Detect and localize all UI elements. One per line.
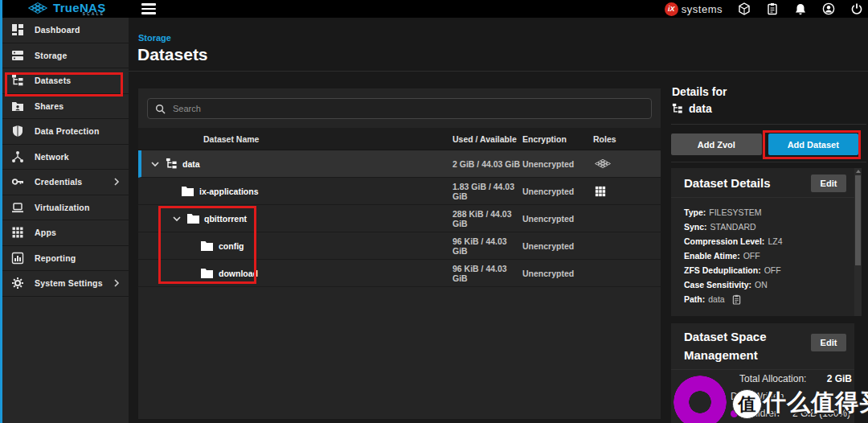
sidebar-item-datasets[interactable]: Datasets <box>2 68 129 94</box>
details-scrollbar <box>854 168 862 316</box>
col-header-encryption[interactable]: Encryption <box>522 134 593 144</box>
table-row-ix-applications[interactable]: ix-applications 1.83 GiB / 44.03 GiB Une… <box>138 178 661 205</box>
report-chart-icon <box>11 252 24 265</box>
space-donut-chart <box>674 376 727 423</box>
search-input[interactable] <box>173 104 644 113</box>
panel-divider <box>671 124 866 125</box>
apps-role-icon <box>595 186 606 197</box>
topbar-actions: iX systems <box>665 0 863 18</box>
field-zfs-deduplication: ZFS Deduplication: OFF <box>684 263 854 277</box>
col-header-dataset-name[interactable]: Dataset Name <box>138 134 452 144</box>
sidebar-item-shares[interactable]: Shares <box>2 94 129 120</box>
scroll-up-arrow-icon[interactable] <box>856 170 861 173</box>
sidebar-item-virtualization[interactable]: Virtualization <box>2 195 129 221</box>
datasets-table-card: Dataset Name Used / Available Encryption… <box>138 88 661 419</box>
used-available: 2 GiB / 44.03 GiB <box>452 159 522 169</box>
used-available: 96 KiB / 44.03 GiB <box>452 236 522 256</box>
ixsystems-logo[interactable]: iX systems <box>665 2 723 16</box>
details-actions: Add Zvol Add Dataset <box>671 133 858 155</box>
folder-icon <box>200 240 214 252</box>
laptop-icon <box>11 201 24 214</box>
copy-path-icon[interactable] <box>732 294 741 305</box>
dataset-name: qbittorrent <box>204 214 247 224</box>
watermark-text: 什么值得买 <box>763 387 868 419</box>
table-row-download[interactable]: download 96 KiB / 44.03 GiB Unencrypted <box>138 260 661 287</box>
table-row-config[interactable]: config 96 KiB / 44.03 GiB Unencrypted <box>138 232 661 260</box>
key-icon <box>11 175 24 188</box>
dataset-details-card: Dataset Details Edit Type: FILESYSTEM Sy… <box>671 168 854 316</box>
field-enable-atime: Enable Atime: OFF <box>684 248 854 263</box>
space-edit-button[interactable]: Edit <box>811 334 846 351</box>
table-row-data[interactable]: data 2 GiB / 44.03 GiB Unencrypted <box>138 150 661 178</box>
col-header-roles[interactable]: Roles <box>593 134 661 144</box>
sidebar-item-credentials[interactable]: Credentials <box>2 170 129 195</box>
sidebar-nav: Dashboard Storage Datasets Shares Data P… <box>2 18 129 423</box>
collapse-chevron-icon[interactable] <box>149 158 161 170</box>
encryption-state: Unencrypted <box>522 214 593 224</box>
breadcrumb[interactable]: Storage <box>138 33 171 43</box>
dataset-tree-icon <box>672 103 683 114</box>
page-title: Datasets <box>137 45 208 64</box>
dataset-name: config <box>219 241 244 251</box>
sidebar-item-data-protection[interactable]: Data Protection <box>2 119 129 145</box>
field-type: Type: FILESYSTEM <box>684 205 854 220</box>
add-dataset-button[interactable]: Add Dataset <box>768 133 859 155</box>
header-divider <box>129 71 868 72</box>
truecommand-icon[interactable] <box>738 2 751 15</box>
sidebar-item-system-settings[interactable]: System Settings <box>2 271 129 297</box>
storage-icon <box>11 49 24 62</box>
details-target-name: data <box>689 102 712 115</box>
add-zvol-button[interactable]: Add Zvol <box>671 133 762 155</box>
details-target: data <box>672 102 712 115</box>
notifications-bell-icon[interactable] <box>794 2 807 15</box>
encryption-state: Unencrypted <box>522 159 593 169</box>
sidebar-item-network[interactable]: Network <box>2 145 129 170</box>
dataset-details-edit-button[interactable]: Edit <box>811 175 846 192</box>
used-available: 96 KiB / 44.03 GiB <box>452 264 522 283</box>
dataset-name: data <box>182 159 200 169</box>
truenas-root-role-icon <box>595 158 611 169</box>
field-path: Path: data <box>684 292 854 306</box>
datasets-tree-icon <box>11 74 24 87</box>
sidebar-item-reporting[interactable]: Reporting <box>2 246 129 272</box>
truenas-logo-icon <box>27 1 49 15</box>
jobs-clipboard-icon[interactable] <box>766 2 779 15</box>
used-available: 1.83 GiB / 44.03 GiB <box>452 182 522 201</box>
used-available: 288 KiB / 44.03 GiB <box>452 209 522 228</box>
encryption-state: Unencrypted <box>522 187 593 196</box>
brand-edition: SCALE <box>83 12 105 16</box>
window-edge-stripe <box>0 0 2 423</box>
topbar: TrueNAS SCALE iX systems <box>0 0 868 18</box>
dataset-name: ix-applications <box>199 187 259 196</box>
table-header-row: Dataset Name Used / Available Encryption… <box>138 128 661 150</box>
table-row-qbittorrent[interactable]: qbittorrent 288 KiB / 44.03 GiB Unencryp… <box>138 205 661 232</box>
account-user-icon[interactable] <box>822 2 835 15</box>
sidebar-item-dashboard[interactable]: Dashboard <box>2 18 129 43</box>
folder-icon <box>200 268 214 279</box>
menu-toggle-icon[interactable] <box>141 3 156 14</box>
legend-total-allocation: Total Allocation:2 GiB <box>739 373 852 384</box>
sidebar-item-storage[interactable]: Storage <box>2 43 129 69</box>
watermark-badge: 值 <box>732 389 762 419</box>
card-divider <box>671 369 854 370</box>
truenas-brand[interactable]: TrueNAS SCALE <box>27 1 105 15</box>
encryption-state: Unencrypted <box>522 269 593 278</box>
dataset-name: download <box>219 269 258 278</box>
sidebar-item-apps[interactable]: Apps <box>2 220 129 246</box>
encryption-state: Unencrypted <box>522 241 593 251</box>
ix-mark-icon: iX <box>665 2 678 16</box>
col-header-used-available[interactable]: Used / Available <box>452 134 522 144</box>
folder-icon <box>186 213 200 224</box>
gear-icon <box>11 277 24 290</box>
apps-grid-icon <box>11 226 24 239</box>
collapse-chevron-icon[interactable] <box>171 213 182 224</box>
folder-icon <box>181 186 194 197</box>
power-icon[interactable] <box>850 2 863 15</box>
shield-icon <box>11 125 24 138</box>
search-box <box>147 98 652 119</box>
dataset-tree-icon <box>166 158 178 170</box>
scrollbar-thumb[interactable] <box>855 175 861 265</box>
truenas-datasets-page: TrueNAS SCALE iX systems <box>0 0 868 423</box>
chevron-right-icon <box>113 279 121 287</box>
search-icon <box>155 104 166 114</box>
